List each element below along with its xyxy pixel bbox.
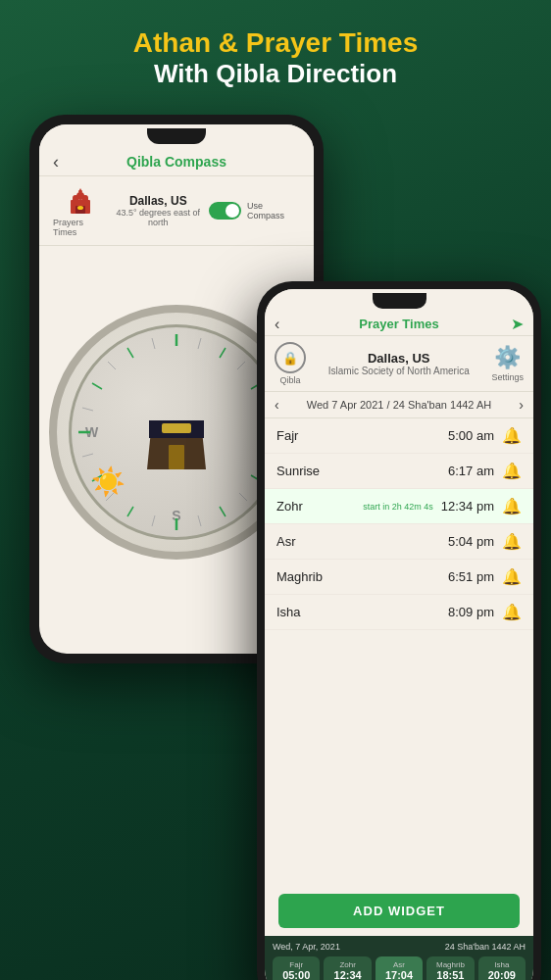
mosque-svg-icon bbox=[65, 184, 96, 216]
prayer-row-maghrib: Maghrib 6:51 pm 🔔 bbox=[265, 560, 533, 595]
svg-line-26 bbox=[198, 338, 201, 349]
front-app-bar: ‹ Prayer Times ➤ bbox=[265, 313, 533, 336]
svg-line-19 bbox=[92, 383, 102, 389]
alarm-icon[interactable]: 🔔 bbox=[502, 462, 522, 480]
front-location-row: 🔒 Qibla Dallas, US Islamic Society of No… bbox=[265, 336, 533, 392]
prayer-time: 6:17 am bbox=[448, 464, 494, 478]
widget-prayer-time: 17:04 bbox=[385, 969, 413, 980]
back-location-right: Use Compass bbox=[209, 201, 300, 220]
back-app-title: Qibla Compass bbox=[126, 154, 226, 170]
back-degrees: 43.5° degrees east of north bbox=[107, 208, 209, 227]
back-phone-back-button[interactable]: ‹ bbox=[53, 152, 59, 172]
hijri-date: 24 Sha'ban 1442 AH bbox=[393, 399, 492, 411]
prayer-name: Asr bbox=[276, 534, 448, 549]
front-statusbar bbox=[265, 289, 533, 313]
front-phone-inner: ‹ Prayer Times ➤ 🔒 Qibla Dallas, US Isla… bbox=[265, 289, 533, 980]
svg-line-21 bbox=[127, 507, 133, 516]
widget-prayer-fajr: Fajr 05:00 06:17 🌅 bbox=[273, 956, 320, 980]
back-app-bar: ‹ Qibla Compass bbox=[39, 148, 314, 176]
date-row: ‹ Wed 7 Apr 2021 / 24 Sha'ban 1442 AH › bbox=[265, 392, 533, 418]
header-title-1: Athan & Prayer Times bbox=[20, 27, 531, 59]
widget-prayer-time: 18:51 bbox=[436, 969, 464, 980]
mosque-icon: Prayers Times bbox=[53, 184, 107, 237]
date-prev-button[interactable]: ‹ bbox=[275, 397, 279, 413]
settings-gear-icon: ⚙️ bbox=[494, 345, 521, 370]
svg-rect-9 bbox=[77, 206, 83, 210]
prayer-name: Maghrib bbox=[276, 569, 448, 584]
svg-rect-36 bbox=[162, 423, 191, 433]
phones-area: ‹ Qibla Compass bbox=[0, 105, 551, 908]
widget-prayer-zohr: Zohr 12:34 bbox=[324, 956, 371, 980]
toggle-knob bbox=[225, 204, 239, 218]
front-notch bbox=[373, 293, 426, 309]
prayer-name: Isha bbox=[276, 605, 448, 619]
widget-prayer-isha: Isha 20:09 bbox=[478, 956, 526, 980]
use-compass-label: Use Compass bbox=[247, 201, 300, 220]
back-location-center: Dallas, US 43.5° degrees east of north bbox=[107, 194, 209, 227]
widget-prayer-maghrib: Maghrib 18:51 bbox=[426, 956, 474, 980]
widget-prayer-time: 05:00 bbox=[282, 969, 310, 980]
date-next-button[interactable]: › bbox=[519, 397, 524, 413]
front-org: Islamic Society of North America bbox=[328, 366, 470, 376]
widget-date-right: 24 Sha'ban 1442 AH bbox=[445, 942, 526, 952]
location-center: Dallas, US Islamic Society of North Amer… bbox=[328, 351, 470, 376]
header-section: Athan & Prayer Times With Qibla Directio… bbox=[0, 0, 551, 105]
svg-rect-37 bbox=[169, 445, 184, 469]
date-separator: / bbox=[387, 399, 390, 411]
prayer-row-zohr: Zohr start in 2h 42m 4s 12:34 pm 🔔 bbox=[265, 489, 533, 524]
prayer-list: Fajr 5:00 am 🔔 Sunrise 6:17 am 🔔 Zohr st… bbox=[265, 418, 533, 886]
settings-button[interactable]: ⚙️ Settings bbox=[491, 345, 524, 382]
back-location-bar: Prayers Times Dallas, US 43.5° degrees e… bbox=[39, 176, 314, 246]
prayer-name: Fajr bbox=[276, 428, 448, 443]
prayer-row-fajr: Fajr 5:00 am 🔔 bbox=[265, 418, 533, 454]
alarm-icon[interactable]: 🔔 bbox=[502, 532, 522, 551]
prayer-name: Sunrise bbox=[276, 464, 448, 478]
alarm-icon[interactable]: 🔔 bbox=[502, 603, 522, 621]
header-title-2: With Qibla Direction bbox=[20, 59, 531, 89]
prayer-time: 6:51 pm bbox=[448, 569, 494, 584]
svg-line-31 bbox=[82, 408, 93, 411]
prayer-name: Zohr bbox=[276, 499, 363, 514]
widget-date-left: Wed, 7 Apr, 2021 bbox=[273, 942, 340, 952]
alarm-icon[interactable]: 🔔 bbox=[502, 497, 522, 515]
svg-line-15 bbox=[127, 348, 133, 358]
svg-line-20 bbox=[220, 507, 225, 516]
widget-prayer-time: 20:09 bbox=[488, 969, 516, 980]
prayer-start-in: start in 2h 42m 4s bbox=[363, 502, 433, 512]
front-back-button[interactable]: ‹ bbox=[275, 316, 279, 333]
kaaba-image bbox=[127, 393, 225, 471]
back-city: Dallas, US bbox=[107, 194, 209, 208]
widget-prayer-name: Fajr bbox=[289, 960, 303, 969]
qibla-circle-icon: 🔒 bbox=[275, 342, 306, 373]
svg-line-24 bbox=[239, 493, 247, 501]
qibla-label: Qibla bbox=[279, 375, 300, 385]
svg-line-23 bbox=[108, 362, 116, 369]
settings-label: Settings bbox=[491, 372, 524, 382]
svg-line-27 bbox=[152, 338, 155, 349]
prayer-row-sunrise: Sunrise 6:17 am 🔔 bbox=[265, 454, 533, 489]
widget-date-row: Wed, 7 Apr, 2021 24 Sha'ban 1442 AH bbox=[273, 942, 526, 952]
date-text: Wed 7 Apr 2021 / 24 Sha'ban 1442 AH bbox=[307, 399, 491, 411]
use-compass-toggle[interactable] bbox=[209, 202, 241, 220]
alarm-icon[interactable]: 🔔 bbox=[502, 426, 522, 445]
prayer-time: 8:09 pm bbox=[448, 605, 494, 619]
back-location-left: Prayers Times bbox=[53, 184, 107, 237]
alarm-icon[interactable]: 🔔 bbox=[502, 567, 522, 586]
prayer-row-isha: Isha 8:09 pm 🔔 bbox=[265, 595, 533, 630]
front-app-title: Prayer Times bbox=[359, 317, 438, 331]
widget-prayer-name: Maghrib bbox=[436, 960, 465, 969]
svg-line-22 bbox=[237, 362, 245, 369]
add-widget-button[interactable]: ADD WIDGET bbox=[278, 894, 520, 928]
widget-prayer-name: Zohr bbox=[339, 960, 355, 969]
back-statusbar bbox=[39, 124, 314, 148]
compass-inner: S W bbox=[69, 324, 284, 540]
qibla-button[interactable]: 🔒 Qibla bbox=[275, 342, 306, 385]
kaaba-svg bbox=[142, 396, 211, 469]
sun-icon: ☀️ bbox=[91, 466, 125, 498]
prayer-row-asr: Asr 5:04 pm 🔔 bbox=[265, 524, 533, 560]
widget-prayers-row: Fajr 05:00 06:17 🌅 Zohr 12:34 Asr 17:04 … bbox=[273, 956, 526, 980]
svg-line-30 bbox=[82, 454, 93, 457]
back-notch bbox=[147, 128, 206, 144]
location-arrow-icon[interactable]: ➤ bbox=[511, 315, 524, 333]
gregorian-date: Wed 7 Apr 2021 bbox=[307, 399, 384, 411]
